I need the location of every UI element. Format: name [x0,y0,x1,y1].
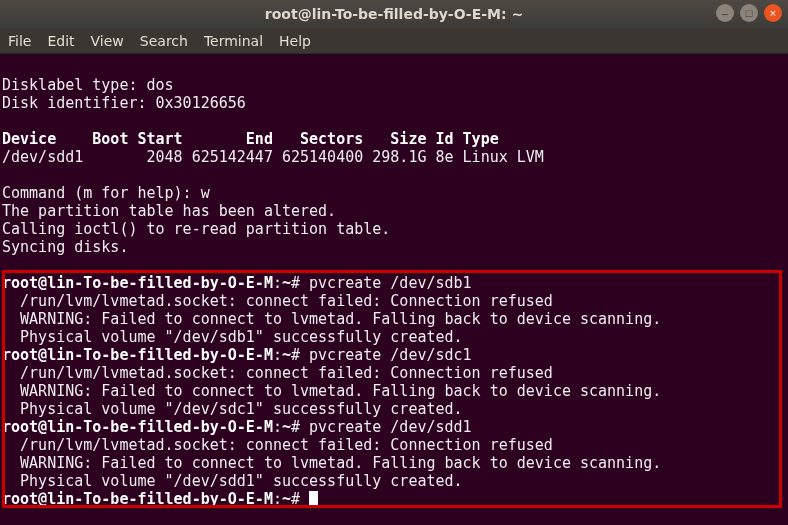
output-line: Physical volume "/dev/sdd1" successfully… [2,472,463,490]
menu-search[interactable]: Search [140,33,188,49]
maximize-icon[interactable]: □ [740,4,758,22]
output-line: /run/lvm/lvmetad.socket: connect failed:… [2,292,553,310]
output-line: Physical volume "/dev/sdc1" successfully… [2,400,463,418]
output-line: Physical volume "/dev/sdb1" successfully… [2,328,463,346]
output-line: /run/lvm/lvmetad.socket: connect failed:… [2,364,553,382]
menu-help[interactable]: Help [279,33,311,49]
output-line: Disklabel type: dos [2,76,174,94]
cursor-icon [309,491,318,507]
output-line: WARNING: Failed to connect to lvmetad. F… [2,382,661,400]
window-buttons: – □ × [716,4,782,22]
output-line: The partition table has been altered. [2,202,336,220]
output-line: Disk identifier: 0x30126656 [2,94,246,112]
output-line: /run/lvm/lvmetad.socket: connect failed:… [2,436,553,454]
menubar: File Edit View Search Terminal Help [0,28,788,54]
prompt-line: root@lin-To-be-filled-by-O-E-M:~# pvcrea… [2,418,472,436]
output-line: WARNING: Failed to connect to lvmetad. F… [2,454,661,472]
minimize-icon[interactable]: – [716,4,734,22]
menu-file[interactable]: File [8,33,31,49]
menu-terminal[interactable]: Terminal [204,33,263,49]
close-icon[interactable]: × [764,4,782,22]
window-title: root@lin-To-be-filled-by-O-E-M: ~ [0,6,788,22]
menu-edit[interactable]: Edit [47,33,74,49]
terminal-output[interactable]: Disklabel type: dos Disk identifier: 0x3… [0,54,788,508]
prompt-line: root@lin-To-be-filled-by-O-E-M:~# pvcrea… [2,274,472,292]
output-line: WARNING: Failed to connect to lvmetad. F… [2,310,661,328]
titlebar: root@lin-To-be-filled-by-O-E-M: ~ – □ × [0,0,788,28]
table-row: /dev/sdd1 2048 625142447 625140400 298.1… [2,148,544,166]
prompt-line: root@lin-To-be-filled-by-O-E-M:~# [2,490,318,508]
output-line: Calling ioctl() to re-read partition tab… [2,220,390,238]
output-line: Command (m for help): w [2,184,210,202]
table-header: Device Boot Start End Sectors Size Id Ty… [2,130,499,148]
menu-view[interactable]: View [91,33,124,49]
output-line: Syncing disks. [2,238,128,256]
prompt-line: root@lin-To-be-filled-by-O-E-M:~# pvcrea… [2,346,472,364]
